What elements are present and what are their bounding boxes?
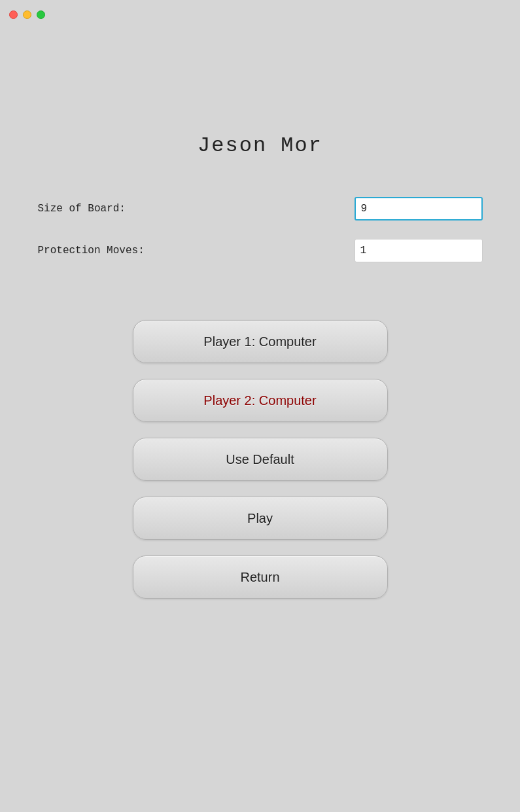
title-bar bbox=[0, 0, 520, 29]
protection-moves-row: Protection Moves: bbox=[38, 239, 483, 262]
main-content: Jeson Mor Size of Board: Protection Move… bbox=[0, 29, 520, 599]
player1-button-label: Player 1: Computer bbox=[203, 334, 316, 349]
player1-button[interactable]: Player 1: Computer bbox=[133, 320, 388, 363]
size-of-board-row: Size of Board: bbox=[38, 197, 483, 221]
close-button[interactable] bbox=[9, 10, 18, 19]
size-of-board-label: Size of Board: bbox=[38, 203, 126, 215]
form-section: Size of Board: Protection Moves: bbox=[38, 197, 483, 281]
return-button[interactable]: Return bbox=[133, 556, 388, 599]
app-title: Jeson Mor bbox=[198, 133, 322, 158]
use-default-button-label: Use Default bbox=[226, 452, 294, 467]
return-button-label: Return bbox=[240, 570, 279, 585]
buttons-section: Player 1: Computer Player 2: Computer Us… bbox=[133, 320, 388, 599]
player2-button[interactable]: Player 2: Computer bbox=[133, 379, 388, 422]
play-button[interactable]: Play bbox=[133, 497, 388, 540]
maximize-button[interactable] bbox=[37, 10, 45, 19]
protection-moves-input[interactable] bbox=[355, 239, 483, 262]
minimize-button[interactable] bbox=[23, 10, 31, 19]
use-default-button[interactable]: Use Default bbox=[133, 438, 388, 481]
protection-moves-label: Protection Moves: bbox=[38, 245, 145, 256]
player2-button-label: Player 2: Computer bbox=[203, 393, 316, 408]
play-button-label: Play bbox=[247, 511, 273, 526]
size-of-board-input[interactable] bbox=[355, 197, 483, 221]
